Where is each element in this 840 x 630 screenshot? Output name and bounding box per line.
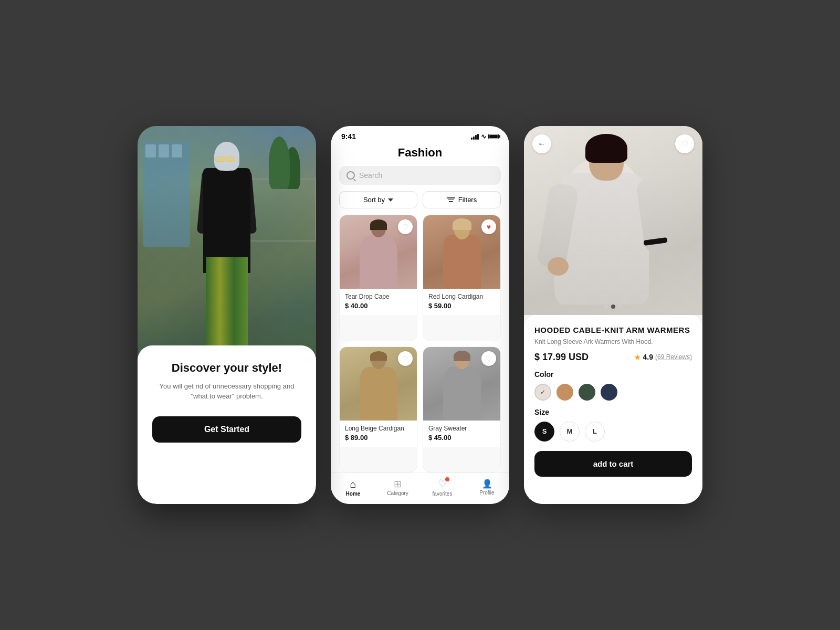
products-grid: ♡ Tear Drop Cape $ 40.00 (331, 215, 509, 472)
dot-1 (604, 304, 608, 309)
product-price-2: $ 59.00 (428, 302, 495, 310)
filters-button[interactable]: Filters (423, 191, 501, 208)
onboarding-screen: Discover your style! You will get rid of… (138, 126, 316, 504)
nav-home[interactable]: ⌂ Home (338, 479, 369, 497)
nav-category-label: Category (387, 490, 408, 496)
color-swatch-4[interactable] (601, 384, 617, 401)
nav-favorites[interactable]: ♡ favorites (427, 478, 458, 497)
star-icon: ★ (634, 352, 641, 362)
rating-container: ★ 4.9 (69 Reviews) (634, 352, 692, 362)
sort-button[interactable]: Sort by (339, 191, 417, 208)
product-card-2[interactable]: ♥ Red Long Cardigan $ 59.00 (423, 215, 501, 341)
battery-icon (488, 134, 499, 139)
wifi-icon: ∿ (481, 133, 486, 140)
screens-container: Discover your style! You will get rid of… (117, 105, 723, 525)
product-detail-name: HOODED CABLE-KNIT ARM WARMERS (534, 326, 692, 334)
fashion-list-screen: 9:41 ∿ Fashion Search Sort by (331, 126, 509, 504)
get-started-button[interactable]: Get Started (152, 416, 301, 443)
onboarding-subtitle: You will get rid of unnecessary shopping… (152, 381, 301, 402)
signal-icon (471, 134, 479, 140)
size-options: S M L (534, 422, 692, 442)
heart-icon-2: ♥ (487, 223, 491, 231)
back-button[interactable]: ← (532, 134, 551, 153)
color-swatch-1[interactable]: ✓ (534, 384, 551, 401)
size-m-button[interactable]: M (560, 422, 580, 442)
product-price-1: $ 40.00 (345, 302, 412, 310)
signal-bar-3 (475, 135, 477, 140)
nav-favorites-label: favorites (433, 491, 453, 497)
size-s-button[interactable]: S (534, 422, 554, 442)
sort-label: Sort by (363, 196, 385, 204)
wishlist-button-detail[interactable]: ♡ (675, 134, 694, 153)
heart-icon-1: ♡ (402, 223, 409, 231)
signal-bar-1 (471, 138, 472, 140)
reviews-link[interactable]: (69 Reviews) (655, 353, 692, 361)
heart-icon-3: ♡ (402, 354, 409, 363)
battery-fill (489, 135, 498, 138)
product-card-4[interactable]: ♡ Gray Sweater $ 45.00 (423, 346, 501, 473)
rating-number: 4.9 (643, 353, 653, 361)
dot-2 (611, 304, 615, 309)
product-info-1: Tear Drop Cape $ 40.00 (340, 289, 417, 315)
product-price-4: $ 45.00 (428, 434, 495, 442)
wishlist-heart-icon: ♡ (681, 139, 688, 149)
wishlist-button-2[interactable]: ♥ (481, 219, 496, 234)
dots-indicator (604, 304, 623, 309)
screen2-header: Fashion (331, 144, 509, 166)
profile-icon: 👤 (482, 480, 492, 488)
product-image-1: ♡ (340, 215, 417, 289)
nav-home-label: Home (346, 491, 361, 497)
product-hero-image: ← ♡ (524, 126, 702, 315)
onboarding-title: Discover your style! (152, 361, 301, 375)
bottom-nav: ⌂ Home ⊞ Category ♡ favorites 👤 Profile (331, 472, 509, 504)
sort-icon (388, 198, 393, 202)
search-icon (346, 171, 355, 180)
hero-image (138, 126, 316, 364)
onboarding-bottom: Discover your style! You will get rid of… (138, 345, 316, 504)
search-placeholder: Search (359, 171, 382, 180)
product-info-4: Gray Sweater $ 45.00 (423, 421, 500, 447)
size-l-button[interactable]: L (585, 422, 605, 442)
status-bar: 9:41 ∿ (331, 126, 509, 144)
filters-label: Filters (458, 196, 477, 204)
favorites-container: ♡ (438, 478, 447, 489)
detail-price: $ 17.99 USD (534, 352, 589, 363)
product-image-2: ♥ (423, 215, 500, 289)
nav-category[interactable]: ⊞ Category (382, 479, 414, 496)
product-detail-content: HOODED CABLE-KNIT ARM WARMERS Knit Long … (524, 315, 702, 504)
product-detail-screen: ← ♡ HOODED CABLE-KNIT ARM WARMERS Knit L… (524, 126, 702, 504)
heart-icon-4: ♡ (486, 354, 492, 363)
product-image-4: ♡ (423, 347, 500, 421)
color-swatch-3[interactable] (579, 384, 595, 401)
product-detail-description: Knit Long Sleeve Ark Warmers With Hood. (534, 338, 692, 346)
filter-bar: Sort by Filters (331, 191, 509, 215)
product-price-3: $ 89.00 (345, 434, 412, 442)
size-label: Size (534, 408, 692, 416)
wishlist-button-3[interactable]: ♡ (398, 351, 413, 366)
status-time: 9:41 (341, 132, 356, 141)
nav-profile[interactable]: 👤 Profile (471, 480, 503, 496)
price-rating-row: $ 17.99 USD ★ 4.9 (69 Reviews) (534, 352, 692, 363)
product-info-2: Red Long Cardigan $ 59.00 (423, 289, 500, 315)
nav-profile-label: Profile (479, 490, 494, 496)
product-name-2: Red Long Cardigan (428, 293, 495, 300)
filter-icon (447, 197, 455, 202)
home-icon: ⌂ (350, 479, 356, 489)
color-label: Color (534, 370, 692, 379)
product-name-3: Long Beige Cardigan (345, 425, 412, 432)
signal-bar-4 (477, 134, 479, 140)
product-name-4: Gray Sweater (428, 425, 495, 432)
product-card-1[interactable]: ♡ Tear Drop Cape $ 40.00 (339, 215, 417, 341)
color-swatch-2[interactable] (556, 384, 573, 401)
add-to-cart-button[interactable]: add to cart (534, 451, 692, 477)
status-icons: ∿ (471, 133, 499, 140)
product-image-3: ♡ (340, 347, 417, 421)
favorites-badge (445, 477, 449, 481)
signal-bar-2 (473, 136, 475, 140)
wishlist-button-4[interactable]: ♡ (481, 351, 496, 366)
search-bar[interactable]: Search (339, 166, 501, 185)
product-card-3[interactable]: ♡ Long Beige Cardigan $ 89.00 (339, 346, 417, 473)
category-icon: ⊞ (394, 479, 402, 489)
product-name-1: Tear Drop Cape (345, 293, 412, 300)
wishlist-button-1[interactable]: ♡ (398, 219, 413, 234)
